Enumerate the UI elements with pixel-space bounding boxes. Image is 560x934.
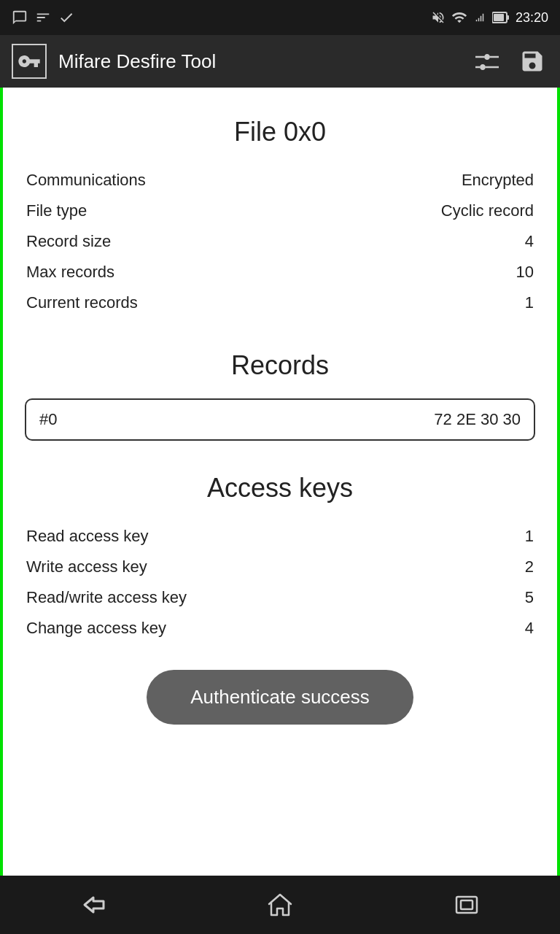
svg-rect-1 [507, 15, 509, 20]
recents-button[interactable] [438, 883, 496, 927]
check-icon [58, 9, 74, 26]
battery-icon [492, 11, 510, 24]
field-label: Record size [25, 226, 311, 257]
file-title: File 0x0 [25, 117, 535, 147]
access-key-label: Change access key [25, 613, 501, 644]
table-row: Read access key1 [25, 521, 535, 552]
field-label: Current records [25, 287, 311, 318]
field-value: Cyclic record [311, 196, 535, 226]
nav-bar [0, 876, 560, 934]
access-keys-title: Access keys [25, 473, 535, 503]
table-row: CommunicationsEncrypted [25, 165, 535, 196]
record-value: 72 2E 30 30 [434, 410, 521, 429]
field-value: 1 [311, 287, 535, 318]
table-row: Read/write access key5 [25, 582, 535, 613]
status-bar-right: 23:20 [431, 9, 548, 26]
table-row: File typeCyclic record [25, 196, 535, 226]
access-key-value: 1 [501, 521, 535, 552]
svg-rect-7 [456, 897, 477, 913]
records-title: Records [25, 350, 535, 381]
record-id: #0 [39, 410, 57, 429]
home-button[interactable] [251, 883, 309, 927]
status-bar: 23:20 [0, 0, 560, 35]
table-row: Change access key4 [25, 613, 535, 644]
access-key-label: Read access key [25, 521, 501, 552]
signal-icon [473, 11, 486, 24]
access-key-label: Read/write access key [25, 582, 501, 613]
toolbar-title: Mifare Desfire Tool [58, 50, 470, 73]
access-key-label: Write access key [25, 552, 501, 582]
field-value: 10 [311, 257, 535, 287]
authenticate-button[interactable]: Authenticate success [147, 670, 413, 725]
access-key-value: 2 [501, 552, 535, 582]
save-button[interactable] [516, 45, 548, 77]
table-row: Record size4 [25, 226, 535, 257]
file-info-table: CommunicationsEncryptedFile typeCyclic r… [25, 165, 535, 318]
table-row: Current records1 [25, 287, 535, 318]
main-content: File 0x0 CommunicationsEncryptedFile typ… [0, 88, 560, 876]
key-app-icon [18, 50, 41, 73]
app-icon-container [12, 44, 47, 79]
access-keys-table: Read access key1Write access key2Read/wr… [25, 521, 535, 644]
field-value: 4 [311, 226, 535, 257]
chat-icon [12, 9, 28, 26]
access-keys-section: Access keys Read access key1Write access… [25, 458, 535, 649]
table-row: Max records10 [25, 257, 535, 287]
field-label: File type [25, 196, 311, 226]
key-settings-button[interactable] [470, 47, 502, 76]
field-value: Encrypted [311, 165, 535, 196]
access-key-value: 5 [501, 582, 535, 613]
records-list: #072 2E 30 30 [25, 398, 535, 441]
status-bar-left [12, 9, 74, 26]
bars-icon [35, 9, 51, 26]
record-item: #072 2E 30 30 [25, 398, 535, 441]
status-time: 23:20 [516, 10, 548, 26]
svg-rect-2 [494, 14, 504, 21]
toolbar: Mifare Desfire Tool [0, 35, 560, 88]
field-label: Max records [25, 257, 311, 287]
mute-icon [431, 10, 446, 25]
table-row: Write access key2 [25, 552, 535, 582]
access-key-value: 4 [501, 613, 535, 644]
svg-rect-8 [461, 900, 472, 909]
field-label: Communications [25, 165, 311, 196]
toolbar-actions [470, 45, 548, 77]
wifi-icon [451, 9, 467, 26]
records-section: Records #072 2E 30 30 [25, 336, 535, 452]
back-button[interactable] [64, 883, 122, 927]
